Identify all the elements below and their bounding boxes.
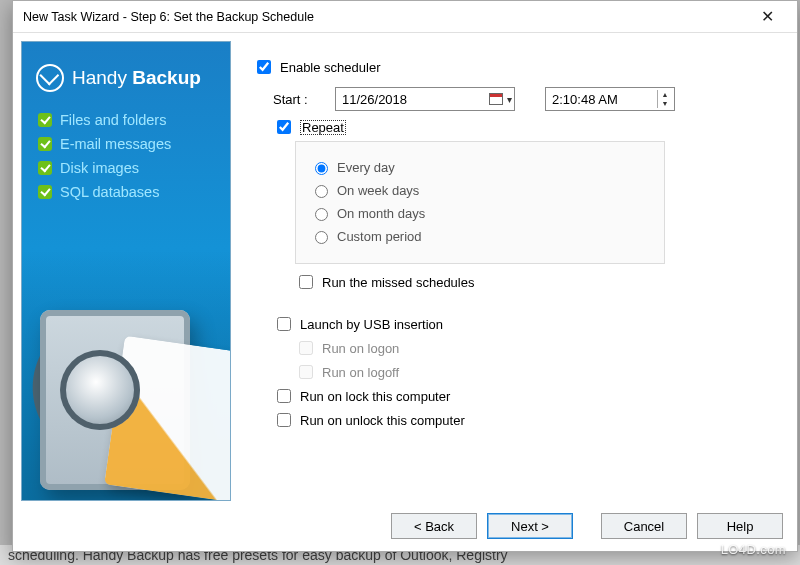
time-spinner-down[interactable]: ▼	[658, 99, 672, 108]
brand-name: Handy Backup	[72, 67, 201, 89]
radio-every-day[interactable]: Every day	[310, 159, 650, 175]
start-time-picker[interactable]: 2:10:48 AM ▲ ▼	[545, 87, 675, 111]
repeat-checkbox[interactable]: Repeat	[273, 117, 789, 137]
launch-usb-checkbox[interactable]: Launch by USB insertion	[273, 314, 789, 334]
radio-custom-period[interactable]: Custom period	[310, 228, 650, 244]
check-icon	[38, 113, 52, 127]
enable-scheduler-checkbox[interactable]: Enable scheduler	[253, 57, 789, 77]
run-on-unlock-checkbox[interactable]: Run on unlock this computer	[273, 410, 789, 430]
window-title: New Task Wizard - Step 6: Set the Backup…	[23, 10, 747, 24]
radio-week-days[interactable]: On week days	[310, 182, 650, 198]
help-button[interactable]: Help	[697, 513, 783, 539]
chevron-down-icon[interactable]: ▾	[507, 94, 512, 105]
start-label: Start :	[273, 92, 321, 107]
start-date-picker[interactable]: 11/26/2018 ▾	[335, 87, 515, 111]
check-icon	[38, 161, 52, 175]
titlebar: New Task Wizard - Step 6: Set the Backup…	[13, 1, 797, 33]
check-icon	[38, 185, 52, 199]
repeat-input[interactable]	[277, 120, 291, 134]
wizard-window: New Task Wizard - Step 6: Set the Backup…	[12, 0, 798, 552]
run-on-logon-checkbox: Run on logon	[295, 338, 789, 358]
back-button[interactable]: < Back	[391, 513, 477, 539]
start-time-value: 2:10:48 AM	[552, 92, 618, 107]
calendar-icon	[489, 93, 503, 105]
next-button[interactable]: Next >	[487, 513, 573, 539]
form-area: Enable scheduler Start : 11/26/2018 ▾ 2:…	[253, 41, 789, 501]
cancel-button[interactable]: Cancel	[601, 513, 687, 539]
run-on-lock-checkbox[interactable]: Run on lock this computer	[273, 386, 789, 406]
run-missed-checkbox[interactable]: Run the missed schedules	[295, 272, 789, 292]
enable-scheduler-input[interactable]	[257, 60, 271, 74]
time-spinner-up[interactable]: ▲	[658, 90, 672, 99]
feature-list: Files and folders E-mail messages Disk i…	[38, 112, 216, 200]
run-on-logoff-checkbox: Run on logoff	[295, 362, 789, 382]
sidebar-banner: Handy Backup Files and folders E-mail me…	[21, 41, 231, 501]
close-button[interactable]: ✕	[747, 7, 787, 26]
handy-backup-logo-icon	[36, 64, 64, 92]
wizard-footer: < Back Next > Cancel Help	[13, 501, 797, 551]
safe-illustration	[22, 250, 230, 500]
radio-month-days[interactable]: On month days	[310, 205, 650, 221]
start-date-value: 11/26/2018	[342, 92, 407, 107]
check-icon	[38, 137, 52, 151]
repeat-options-group: Every day On week days On month days Cus…	[295, 141, 665, 264]
